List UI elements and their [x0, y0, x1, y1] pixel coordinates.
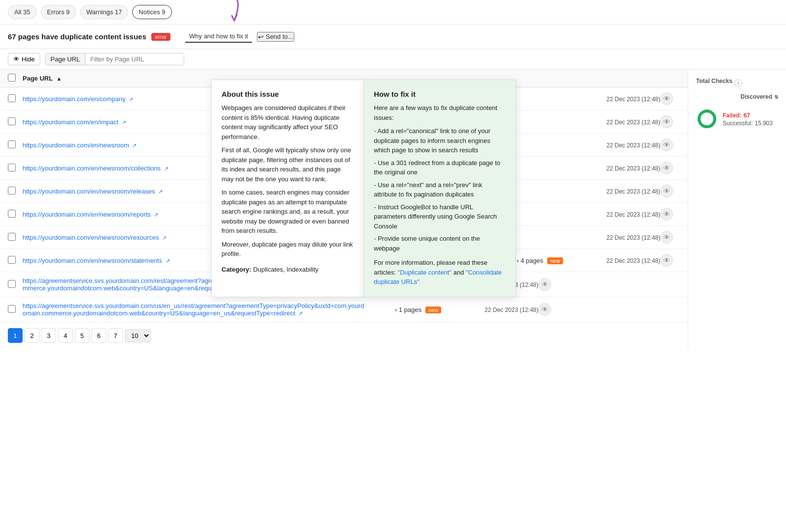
preview-button[interactable]: 👁 [660, 115, 673, 128]
discovered-header: Discovered ⇅ [696, 93, 778, 104]
pagination: 1 2 3 4 5 6 7 10 25 50 [0, 322, 688, 349]
popup-fix-title: How to fix it [374, 90, 505, 98]
popup-step-4: - Instruct GoogleBot to handle URL param… [374, 202, 505, 231]
tab-errors[interactable]: Errors 9 [41, 5, 76, 19]
checks-legend: Failed: 67 Successful: 15,903 [723, 111, 773, 127]
preview-button[interactable]: 👁 [660, 208, 673, 221]
preview-button[interactable]: 👁 [660, 92, 673, 105]
tab-notices[interactable]: Notices 9 [132, 5, 171, 19]
error-badge: error [151, 33, 170, 41]
page-3-button[interactable]: 3 [41, 328, 56, 343]
arrow-decoration [200, 0, 249, 40]
popup-para-4: Moreover, duplicate pages may dilute you… [222, 240, 354, 259]
row-checkbox[interactable] [8, 256, 16, 264]
preview-button[interactable]: 👁 [660, 254, 673, 267]
failed-label: Failed: [723, 112, 742, 119]
new-badge: new [425, 307, 441, 313]
external-link-icon: ↗ [158, 189, 163, 195]
preview-button[interactable]: 👁 [660, 162, 673, 174]
failed-value: 67 [744, 112, 750, 119]
external-link-icon: ↗ [154, 212, 158, 218]
preview-button[interactable]: 👁 [538, 303, 551, 316]
filter-group: Page URL [45, 53, 184, 65]
external-link-icon: ↗ [298, 310, 303, 316]
donut-area: Failed: 67 Successful: 15,903 [696, 108, 778, 130]
popup-step-5: - Provide some unique content on the web… [374, 234, 505, 253]
row-checkbox[interactable] [8, 164, 16, 171]
popup-para-1: Webpages are considered duplicates if th… [222, 103, 354, 141]
filter-input[interactable] [85, 54, 184, 65]
sort-icon: ▲ [56, 76, 62, 82]
select-all-checkbox[interactable] [8, 74, 16, 82]
url-link[interactable]: https://yourdomain.com/en/impact ↗ [23, 118, 126, 126]
popup-footer: For more information, please read these … [374, 258, 505, 287]
date-text: 22 Dec 2023 (12:48) [607, 211, 660, 218]
external-link-icon: ↗ [162, 235, 167, 241]
popup-category: Category: Duplicates, Indexability [222, 266, 354, 273]
url-link[interactable]: https://yourdomain.com/en/newsroom/repor… [23, 211, 158, 218]
total-checks-label: Total Checks [696, 78, 732, 84]
success-label: Successful: [723, 120, 753, 127]
tab-all[interactable]: All 35 [8, 5, 37, 19]
row-checkbox[interactable] [8, 305, 16, 313]
date-text: 22 Dec 2023 (12:48) [607, 119, 660, 126]
info-icon[interactable]: i [734, 79, 742, 87]
filter-label: Page URL [46, 54, 85, 65]
page-2-button[interactable]: 2 [25, 328, 39, 343]
tab-warnings[interactable]: Warnings 17 [80, 5, 129, 19]
url-link[interactable]: https://yourdomain.com/en/newsroom/relea… [23, 188, 163, 195]
preview-button[interactable]: 👁 [660, 185, 673, 197]
url-link[interactable]: https://agreementservice.svs.yourdomain.… [23, 302, 364, 317]
url-link[interactable]: https://yourdomain.com/en/newsroom/colle… [23, 165, 168, 172]
url-link[interactable]: https://yourdomain.com/en/newsroom/state… [23, 257, 170, 264]
donut-chart [696, 108, 718, 130]
page-5-button[interactable]: 5 [75, 328, 89, 343]
url-link[interactable]: https://yourdomain.com/en/company ↗ [23, 95, 133, 103]
total-checks-header: Total Checks i [696, 78, 778, 88]
per-page-select[interactable]: 10 25 50 [125, 329, 151, 342]
eye-icon: 👁 [13, 56, 20, 63]
row-checkbox[interactable] [8, 187, 16, 195]
external-link-icon: ↗ [132, 142, 137, 148]
preview-button[interactable]: 👁 [538, 278, 551, 291]
popup-step-1: - Add a rel="canonical" link to one of y… [374, 126, 505, 155]
row-checkbox[interactable] [8, 94, 16, 102]
row-checkbox[interactable] [8, 140, 16, 148]
row-checkbox[interactable] [8, 117, 16, 125]
popup-fix-intro: Here are a few ways to fix duplicate con… [374, 103, 505, 122]
page-4-button[interactable]: 4 [58, 328, 73, 343]
pages-count[interactable]: › 1 pages [395, 306, 421, 313]
date-text: 22 Dec 2023 (12:48) [607, 257, 660, 264]
page-6-button[interactable]: 6 [91, 328, 106, 343]
hide-button[interactable]: 👁 Hide [8, 53, 40, 65]
main-content: Page URL ▲ https://yourdomain.com/en/com… [0, 70, 786, 349]
svg-point-1 [699, 111, 715, 127]
row-checkbox[interactable] [8, 210, 16, 218]
issue-header: 67 pages have duplicate content issues e… [0, 25, 786, 49]
date-text: 22 Dec 2023 (12:48) [607, 142, 660, 149]
popup-para-2: First of all, Google will typically show… [222, 145, 354, 184]
top-bar: All 35 Errors 9 Warnings 17 Notices 9 [0, 0, 786, 25]
date-text: 22 Dec 2023 (12:48) [607, 188, 660, 195]
why-link[interactable]: Why and how to fix it [185, 30, 252, 43]
external-link-icon: ↗ [166, 258, 170, 264]
new-badge: new [547, 257, 563, 264]
issue-title: 67 pages have duplicate content issues [8, 32, 146, 41]
success-value: 15,903 [755, 120, 773, 127]
send-to-button[interactable]: ↩ Send to... [257, 32, 294, 42]
pages-count[interactable]: › 4 pages [517, 257, 543, 264]
popup-step-2: - Use a 301 redirect from a duplicate pa… [374, 158, 505, 177]
preview-button[interactable]: 👁 [660, 231, 673, 244]
sort-arrows-icon: ⇅ [774, 94, 778, 100]
popup-right: How to fix it Here are a few ways to fix… [364, 80, 516, 297]
row-checkbox[interactable] [8, 233, 16, 241]
url-link[interactable]: https://yourdomain.com/en/newsroom/resou… [23, 234, 167, 241]
preview-button[interactable]: 👁 [660, 139, 673, 151]
page-1-button[interactable]: 1 [8, 328, 23, 343]
popup-step-3: - Use a rel="next" and a rel="prev" link… [374, 180, 505, 199]
page-7-button[interactable]: 7 [108, 328, 123, 343]
row-checkbox[interactable] [8, 280, 16, 288]
share-icon: ↩ [258, 33, 264, 41]
duplicate-content-link[interactable]: "Duplicate content" [397, 269, 451, 276]
url-link[interactable]: https://yourdomain.com/en/newsroom ↗ [23, 141, 137, 149]
